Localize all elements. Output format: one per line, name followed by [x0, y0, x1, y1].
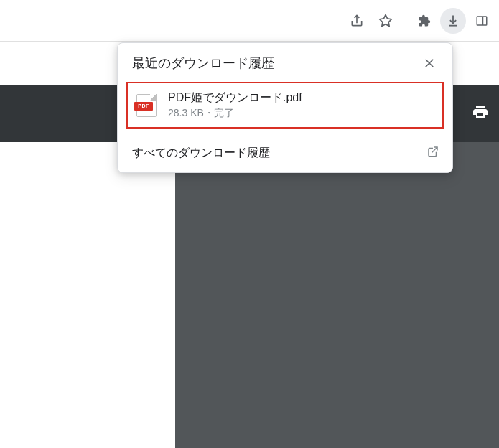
download-icon — [446, 14, 460, 28]
popup-title: 最近のダウンロード履歴 — [132, 55, 274, 72]
svg-marker-0 — [380, 14, 392, 26]
pdf-file-icon: PDF — [136, 94, 157, 117]
print-button[interactable] — [469, 99, 492, 128]
download-meta: 28.3 KB・完了 — [168, 107, 302, 120]
extensions-button[interactable] — [411, 8, 437, 34]
browser-toolbar — [0, 0, 499, 42]
share-button[interactable] — [344, 8, 370, 34]
download-text: PDF姫でダウンロード.pdf 28.3 KB・完了 — [168, 90, 302, 120]
print-icon — [472, 103, 489, 121]
puzzle-icon — [418, 14, 431, 27]
bookmark-button[interactable] — [373, 8, 398, 34]
side-panel-icon — [475, 14, 488, 27]
close-icon — [423, 57, 436, 70]
all-downloads-link[interactable]: すべてのダウンロード履歴 — [118, 136, 452, 172]
download-item[interactable]: PDF PDF姫でダウンロード.pdf 28.3 KB・完了 — [126, 82, 444, 129]
close-button[interactable] — [419, 53, 439, 73]
downloads-button[interactable] — [440, 8, 466, 34]
popup-header: 最近のダウンロード履歴 — [118, 43, 452, 80]
svg-rect-1 — [477, 17, 487, 25]
side-panel-button[interactable] — [469, 8, 495, 34]
open-external-icon — [426, 145, 439, 161]
all-downloads-label: すべてのダウンロード履歴 — [132, 146, 270, 161]
star-icon — [378, 14, 393, 28]
pdf-viewer-content — [175, 142, 499, 448]
download-filename: PDF姫でダウンロード.pdf — [168, 90, 302, 106]
share-icon — [350, 14, 364, 28]
downloads-popup: 最近のダウンロード履歴 PDF PDF姫でダウンロード.pdf 28.3 KB・… — [117, 42, 453, 173]
